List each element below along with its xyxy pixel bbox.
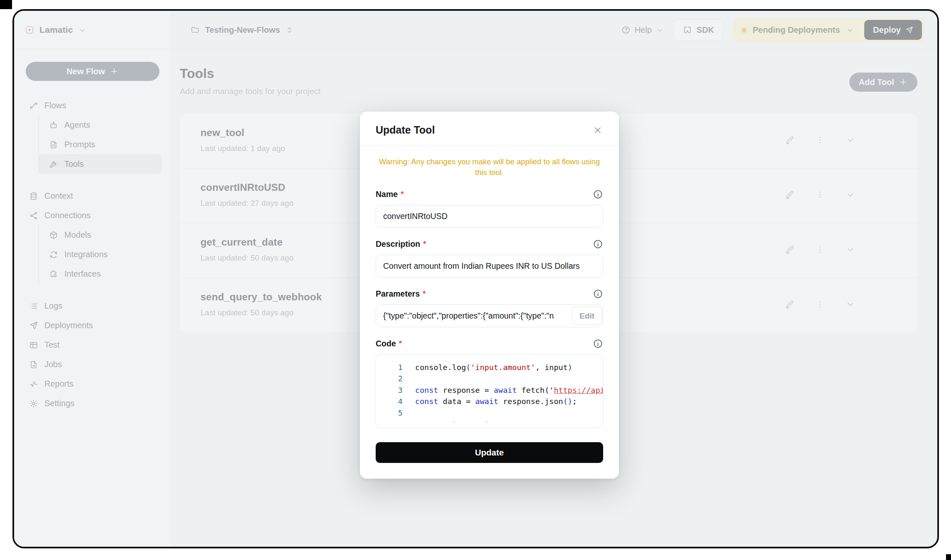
code-editor[interactable]: 1console.log('input.amount', input)2 3co… bbox=[376, 354, 603, 429]
code-field: Code * 1console.log('input.amount', inpu… bbox=[376, 338, 603, 429]
line-number: 1 bbox=[376, 362, 403, 373]
description-input[interactable] bbox=[376, 255, 603, 278]
code-text: const data = await response.json(); bbox=[415, 396, 577, 407]
code-text bbox=[415, 407, 420, 419]
edit-parameters-button[interactable]: Edit bbox=[572, 307, 602, 325]
line-number: 5 bbox=[376, 407, 403, 419]
code-line: 5 bbox=[376, 407, 603, 419]
code-text: const response = await fetch('https://ap… bbox=[415, 385, 603, 396]
name-label: Name bbox=[376, 190, 398, 199]
code-line: 1console.log('input.amount', input) bbox=[376, 362, 603, 373]
code-label: Code bbox=[376, 339, 396, 348]
name-field: Name * bbox=[376, 189, 603, 228]
parameters-input[interactable] bbox=[376, 304, 603, 327]
crop-mark-bottom-right bbox=[946, 554, 951, 560]
description-field: Description * bbox=[376, 239, 603, 278]
modal-title: Update Tool bbox=[376, 124, 435, 136]
code-line: 3const response = await fetch('https://a… bbox=[376, 385, 603, 396]
code-text: console.log('input.amount', input) bbox=[415, 362, 572, 373]
description-label: Description bbox=[376, 239, 420, 249]
update-button[interactable]: Update bbox=[376, 442, 603, 463]
warning-text: Warning: Any changes you make will be ap… bbox=[379, 156, 600, 178]
parameters-field: Parameters * Edit bbox=[376, 289, 603, 327]
info-icon[interactable] bbox=[593, 289, 603, 299]
line-number: 2 bbox=[376, 373, 403, 385]
code-scrollbar-hint bbox=[376, 419, 603, 425]
required-mark: * bbox=[401, 190, 403, 199]
app-window: Lamatic Testing-New-Flows Help bbox=[12, 9, 939, 548]
line-number: 3 bbox=[376, 385, 403, 396]
info-icon[interactable] bbox=[593, 189, 603, 200]
required-mark: * bbox=[423, 289, 425, 298]
line-number: 4 bbox=[376, 396, 403, 407]
info-icon[interactable] bbox=[593, 239, 603, 249]
info-icon[interactable] bbox=[593, 338, 603, 349]
parameters-label: Parameters bbox=[376, 289, 420, 299]
name-input[interactable] bbox=[376, 205, 603, 228]
required-mark: * bbox=[399, 339, 402, 348]
code-line: 2 bbox=[376, 373, 603, 385]
code-text bbox=[415, 373, 420, 385]
close-icon[interactable] bbox=[592, 125, 603, 136]
crop-mark-top-left bbox=[0, 0, 12, 9]
code-line: 4const data = await response.json(); bbox=[376, 396, 603, 407]
required-mark: * bbox=[423, 239, 426, 248]
update-tool-modal: Update Tool Warning: Any changes you mak… bbox=[360, 112, 619, 479]
